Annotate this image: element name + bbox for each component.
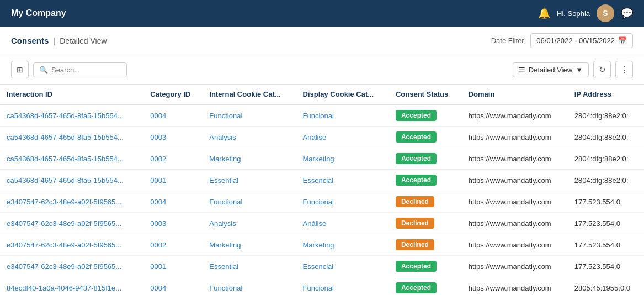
- view-label: Detailed View: [529, 66, 572, 74]
- interaction-id-cell: ca54368d-4657-465d-8fa5-15b554...: [0, 170, 143, 191]
- interaction-id-cell: 84ecdf40-1a0a-4046-9437-815f1e...: [0, 277, 143, 296]
- refresh-button[interactable]: ↻: [593, 61, 611, 78]
- domain-cell: https://www.mandatly.com: [462, 191, 568, 213]
- interaction-id-cell: e3407547-62c3-48e9-a02f-5f9565...: [0, 213, 143, 234]
- interaction-id-cell: ca54368d-4657-465d-8fa5-15b554...: [0, 104, 143, 127]
- domain-cell: https://www.mandatly.com: [462, 234, 568, 256]
- display-cookie-cell: Análise: [296, 127, 389, 148]
- status-badge: Accepted: [396, 110, 437, 121]
- consent-status-cell: Declined: [389, 213, 462, 234]
- consent-status-cell: Accepted: [389, 104, 462, 127]
- ip-address-cell: 2804:dfg:88e2:0:: [568, 170, 644, 191]
- date-range-text: 06/01/2022 - 06/15/2022: [536, 36, 615, 45]
- ip-address-cell: 2804:dfg:88e2:0:: [568, 148, 644, 170]
- user-greeting: Hi, Sophia: [557, 9, 590, 18]
- internal-cookie-cell: Essential: [203, 256, 296, 277]
- table-row[interactable]: ca54368d-4657-465d-8fa5-15b554...0001Ess…: [0, 170, 644, 191]
- table-row[interactable]: ca54368d-4657-465d-8fa5-15b554...0002Mar…: [0, 148, 644, 170]
- category-id-cell: 0004: [143, 191, 203, 213]
- domain-cell: https://www.mandatly.com: [462, 277, 568, 296]
- consent-status-cell: Declined: [389, 234, 462, 256]
- col-header-6: IP Address: [568, 85, 644, 104]
- status-badge: Accepted: [396, 153, 437, 164]
- table-row[interactable]: e3407547-62c3-48e9-a02f-5f9565...0004Fun…: [0, 191, 644, 213]
- display-cookie-cell: Análise: [296, 213, 389, 234]
- chat-icon[interactable]: 💬: [621, 7, 633, 19]
- internal-cookie-cell: Analysis: [203, 127, 296, 148]
- col-header-2: Internal Cookie Cat...: [203, 85, 296, 104]
- search-box[interactable]: 🔍: [33, 62, 127, 77]
- filter-icon: ⊞: [17, 65, 23, 74]
- interaction-id-cell: e3407547-62c3-48e9-a02f-5f9565...: [0, 191, 143, 213]
- table-row[interactable]: e3407547-62c3-48e9-a02f-5f9565...0001Ess…: [0, 256, 644, 277]
- notification-icon[interactable]: 🔔: [538, 7, 550, 19]
- status-badge: Accepted: [396, 175, 437, 186]
- interaction-id-cell: ca54368d-4657-465d-8fa5-15b554...: [0, 127, 143, 148]
- columns-icon: ☰: [519, 66, 525, 74]
- consent-status-cell: Accepted: [389, 148, 462, 170]
- consent-status-cell: Accepted: [389, 127, 462, 148]
- internal-cookie-cell: Functional: [203, 104, 296, 127]
- search-input[interactable]: [51, 66, 121, 74]
- internal-cookie-cell: Marketing: [203, 148, 296, 170]
- status-badge: Declined: [396, 239, 434, 250]
- more-icon: ⋮: [620, 65, 629, 75]
- col-header-5: Domain: [462, 85, 568, 104]
- ip-address-cell: 2805:45:1955:0:0: [568, 277, 644, 296]
- table-row[interactable]: 84ecdf40-1a0a-4046-9437-815f1e...0004Fun…: [0, 277, 644, 296]
- interaction-id-cell: e3407547-62c3-48e9-a02f-5f9565...: [0, 234, 143, 256]
- category-id-cell: 0002: [143, 148, 203, 170]
- internal-cookie-cell: Analysis: [203, 213, 296, 234]
- search-icon: 🔍: [39, 66, 48, 74]
- interaction-id-cell: ca54368d-4657-465d-8fa5-15b554...: [0, 148, 143, 170]
- ip-address-cell: 177.523.554.0: [568, 213, 644, 234]
- status-badge: Accepted: [396, 261, 437, 272]
- category-id-cell: 0003: [143, 213, 203, 234]
- status-badge: Declined: [396, 196, 434, 207]
- consents-table: Interaction IDCategory IDInternal Cookie…: [0, 85, 644, 295]
- table-row[interactable]: ca54368d-4657-465d-8fa5-15b554...0003Ana…: [0, 127, 644, 148]
- col-header-1: Category ID: [143, 85, 203, 104]
- avatar[interactable]: S: [597, 4, 614, 22]
- status-badge: Declined: [396, 218, 434, 229]
- domain-cell: https://www.mandatly.com: [462, 213, 568, 234]
- table-row[interactable]: e3407547-62c3-48e9-a02f-5f9565...0003Ana…: [0, 213, 644, 234]
- domain-cell: https://www.mandatly.com: [462, 256, 568, 277]
- ip-address-cell: 177.523.554.0: [568, 256, 644, 277]
- internal-cookie-cell: Marketing: [203, 234, 296, 256]
- ip-address-cell: 177.523.554.0: [568, 234, 644, 256]
- breadcrumb-current: Detailed View: [60, 36, 107, 45]
- more-button[interactable]: ⋮: [615, 61, 633, 78]
- internal-cookie-cell: Functional: [203, 191, 296, 213]
- category-id-cell: 0001: [143, 256, 203, 277]
- category-id-cell: 0004: [143, 277, 203, 296]
- date-filter-area: Date Filter: 06/01/2022 - 06/15/2022 📅: [491, 33, 633, 48]
- calendar-icon: 📅: [618, 36, 627, 45]
- col-header-0: Interaction ID: [0, 85, 143, 104]
- toolbar: ⊞ 🔍 ☰ Detailed View ▼ ↻ ⋮: [0, 55, 644, 85]
- chevron-down-icon: ▼: [576, 66, 583, 74]
- table-body: ca54368d-4657-465d-8fa5-15b554...0004Fun…: [0, 104, 644, 295]
- page-header: Consents | Detailed View Date Filter: 06…: [0, 27, 644, 55]
- breadcrumb-consents[interactable]: Consents: [11, 36, 49, 45]
- col-header-4: Consent Status: [389, 85, 462, 104]
- date-filter-label: Date Filter:: [491, 36, 526, 45]
- col-header-3: Display Cookie Cat...: [296, 85, 389, 104]
- view-dropdown[interactable]: ☰ Detailed View ▼: [513, 62, 589, 77]
- interaction-id-cell: e3407547-62c3-48e9-a02f-5f9565...: [0, 256, 143, 277]
- category-id-cell: 0003: [143, 127, 203, 148]
- internal-cookie-cell: Essential: [203, 170, 296, 191]
- display-cookie-cell: Essencial: [296, 256, 389, 277]
- consent-status-cell: Accepted: [389, 256, 462, 277]
- date-filter-value[interactable]: 06/01/2022 - 06/15/2022 📅: [530, 33, 633, 48]
- domain-cell: https://www.mandatly.com: [462, 170, 568, 191]
- filter-button[interactable]: ⊞: [11, 61, 29, 78]
- category-id-cell: 0001: [143, 170, 203, 191]
- display-cookie-cell: Marketing: [296, 234, 389, 256]
- table-row[interactable]: e3407547-62c3-48e9-a02f-5f9565...0002Mar…: [0, 234, 644, 256]
- display-cookie-cell: Funcional: [296, 191, 389, 213]
- consent-status-cell: Accepted: [389, 277, 462, 296]
- display-cookie-cell: Funcional: [296, 277, 389, 296]
- table-row[interactable]: ca54368d-4657-465d-8fa5-15b554...0004Fun…: [0, 104, 644, 127]
- data-table-container: Interaction IDCategory IDInternal Cookie…: [0, 85, 644, 295]
